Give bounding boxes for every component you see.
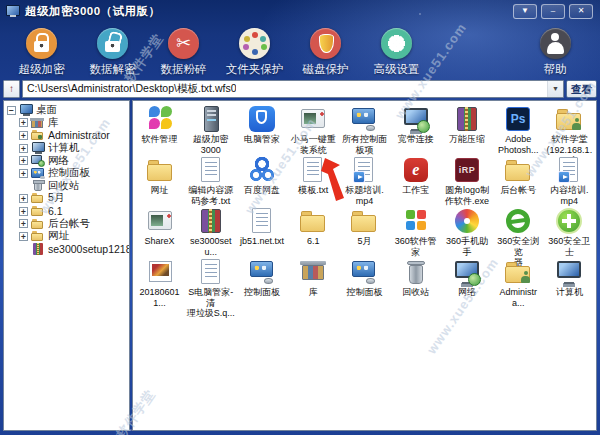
file-item-label: 万能压缩 [441,134,492,145]
tree-item[interactable]: −桌面 [4,104,129,117]
file-item[interactable]: 万能压缩 [441,102,492,153]
tree-item[interactable]: +Administrator [4,129,129,142]
file-item[interactable]: Administra... [493,255,544,306]
file-item[interactable]: 5月 [339,204,390,255]
skin-button[interactable]: ▼ [513,4,537,19]
file-item[interactable]: 控制面板 [339,255,390,306]
tree-item[interactable]: +控制面板 [4,167,129,180]
tree-item[interactable]: +网址 [4,230,129,243]
file-item[interactable]: 360安全浏览 器 [493,204,544,255]
dropdown-arrow-icon[interactable]: ▼ [547,81,563,97]
file-item[interactable]: ShareX [134,204,185,255]
file-item[interactable]: 小马一键重 装系统 [288,102,339,153]
file-item[interactable]: 超级加密 3000 [185,102,236,153]
irp-icon [452,155,482,185]
help-button[interactable]: 帮助 [524,27,586,77]
file-item[interactable]: 软件管理 [134,102,185,153]
globe-overlay-icon [468,273,481,286]
file-item[interactable]: 工作宝 [390,153,441,204]
file-item-label: 宽带连接 [390,134,441,145]
file-item[interactable]: 后台帐号 [493,153,544,204]
file-item-label: 网络 [441,287,492,298]
file-item[interactable]: 编辑内容源 码参考.txt [185,153,236,204]
file-item[interactable]: se3000setu... [185,204,236,255]
file-item[interactable]: 回收站 [390,255,441,306]
tree-expand-toggle[interactable]: + [19,169,28,178]
toolbar-button[interactable]: 文件夹保护 [219,27,290,77]
file-item-label: 模板.txt [288,185,339,196]
file-item[interactable]: 模板.txt [288,153,339,204]
monitor-icon [452,257,482,287]
tree-item[interactable]: +6.1 [4,205,129,218]
path-combobox[interactable]: C:\Users\Administrator\Desktop\模板.txt.wf… [22,80,564,98]
flower-icon [145,104,175,134]
tree-item[interactable]: +网络 [4,154,129,167]
file-item[interactable]: 圆角logo制 作软件.exe [441,153,492,204]
file-grid-panel: 软件管理超级加密 3000电脑管家小马一键重 装系统所有控制面 板项宽带连接万能… [132,100,597,431]
toolbar-button[interactable]: 数据粉碎 [148,27,219,77]
minimize-button[interactable]: – [541,4,565,19]
file-item[interactable]: 软件学堂 (192.168.1.15) [544,102,595,153]
tree-expand-toggle[interactable]: + [19,194,28,203]
tree-item[interactable]: +计算机 [4,142,129,155]
file-item[interactable]: 库 [288,255,339,306]
tree-item-label: 库 [48,116,59,130]
toolbar: 超级加密数据解密数据粉碎文件夹保护磁盘保护高级设置帮助 [0,22,600,80]
user-icon [31,129,45,141]
app-icon [6,5,20,17]
tree-expand-toggle[interactable]: + [19,131,28,140]
file-item[interactable]: 360软件管家 [390,204,441,255]
shield-icon [310,28,341,59]
desktop-icon [19,104,33,116]
file-item-label: 小马一键重 装系统 [288,134,339,155]
toolbar-button-label: 数据粉碎 [148,62,219,77]
tree-expand-toggle[interactable]: + [19,118,28,127]
file-item[interactable]: 201806011... [134,255,185,306]
tree-expand-toggle[interactable]: + [19,232,28,241]
globe-overlay-icon [417,120,430,133]
photo-icon [145,257,175,287]
tree-item[interactable]: se3000setup1218.zip [4,243,129,256]
file-item[interactable]: 360安全卫士 [544,204,595,255]
page-icon [196,155,226,185]
file-item[interactable]: 标题培训. mp4 [339,153,390,204]
tree-expand-toggle[interactable]: + [19,144,28,153]
file-grid: 软件管理超级加密 3000电脑管家小马一键重 装系统所有控制面 板项宽带连接万能… [133,101,596,307]
tree-expand-toggle[interactable]: + [19,156,28,165]
toolbar-button-label: 数据解密 [77,62,148,77]
tree-item[interactable]: +后台帐号 [4,217,129,230]
tree-expand-toggle[interactable]: − [7,106,16,115]
file-item[interactable]: Adobe Photosh... [493,102,544,153]
file-item-label: 工作宝 [390,185,441,196]
tree-item[interactable]: +库 [4,117,129,130]
file-item[interactable]: 百度网盘 [236,153,287,204]
tree-item[interactable]: +5月 [4,192,129,205]
file-item[interactable]: 360手机助手 [441,204,492,255]
toolbar-button[interactable]: 高级设置 [361,27,432,77]
app-window: 超级加密3000（试用版） ▼ – ✕ 超级加密数据解密数据粉碎文件夹保护磁盘保… [0,0,600,435]
play-overlay-icon [558,171,570,183]
file-item[interactable]: 电脑管家 [236,102,287,153]
file-item-label: ShareX [134,236,185,247]
file-item[interactable]: 宽带连接 [390,102,441,153]
file-item[interactable]: 网络 [441,255,492,306]
tree-item-label: 5月 [48,191,64,205]
tree-item[interactable]: 回收站 [4,180,129,193]
file-item[interactable]: 内容培训. mp4 [544,153,595,204]
file-item[interactable]: 网址 [134,153,185,204]
tree-expand-toggle[interactable]: + [19,207,28,216]
file-item[interactable]: 控制面板 [236,255,287,306]
file-item[interactable]: S电脑管家-清 理垃圾S.q... [185,255,236,306]
file-item[interactable]: 所有控制面 板项 [339,102,390,153]
up-arrow-button[interactable]: ↑ [3,80,20,98]
toolbar-button[interactable]: 数据解密 [77,27,148,77]
tree-expand-toggle[interactable]: + [19,219,28,228]
folder-icon [349,206,379,236]
close-button[interactable]: ✕ [569,4,593,19]
toolbar-button[interactable]: 超级加密 [6,27,77,77]
file-item[interactable]: 计算机 [544,255,595,306]
file-item[interactable]: 6.1 [288,204,339,255]
view-button[interactable]: 查看 [566,80,597,98]
file-item[interactable]: jb51.net.txt [236,204,287,255]
toolbar-button[interactable]: 磁盘保护 [290,27,361,77]
